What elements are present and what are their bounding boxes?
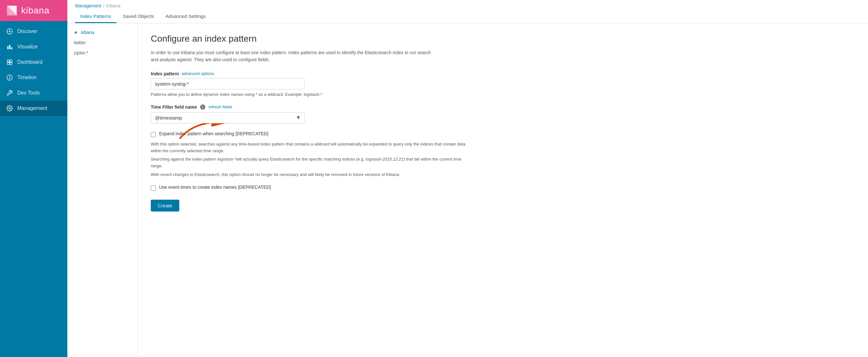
breadcrumb-current: Kibana	[106, 3, 121, 8]
expand-desc2-italic2: logstash-2015.12.21	[366, 157, 404, 162]
event-times-checkbox[interactable]	[151, 186, 156, 191]
expand-desc1: With this option selected, searches agai…	[151, 141, 471, 155]
index-item-zipkin[interactable]: zipkin:*	[67, 48, 137, 58]
time-filter-label: Time Filter field name	[151, 104, 197, 109]
tab-advanced-settings[interactable]: Advanced Settings	[160, 10, 211, 23]
sidebar-label-dashboard: Dashboard	[17, 59, 42, 65]
compass-icon	[6, 28, 13, 35]
bar-chart-icon	[6, 43, 13, 50]
sidebar-item-visualize[interactable]: Visualize	[0, 39, 67, 55]
event-times-label[interactable]: Use event times to create index names [D…	[159, 185, 271, 190]
index-pattern-label-row: Index pattern advanced options	[151, 71, 855, 76]
gear-icon	[6, 105, 13, 111]
sidebar-label-visualize: Visualize	[17, 44, 38, 50]
advanced-options-link[interactable]: advanced options	[182, 71, 214, 76]
sidebar: kibana Discover Visualize	[0, 0, 67, 357]
right-content: Configure an index pattern In order to u…	[138, 23, 868, 357]
refresh-fields-link[interactable]: refresh fields	[209, 104, 232, 109]
timestamp-select[interactable]: @timestamp	[151, 112, 305, 123]
star-icon: ★	[74, 30, 78, 35]
expand-checkbox-label[interactable]: Expand index pattern when searching [DEP…	[159, 131, 269, 136]
page-title: Configure an index pattern	[151, 34, 855, 44]
content-wrap: ★ .kibana twitter zipkin:*	[67, 23, 868, 357]
sidebar-item-timelion[interactable]: Timelion	[0, 70, 67, 85]
index-label-kibana: .kibana	[80, 30, 94, 35]
sidebar-nav: Discover Visualize Dashboard	[0, 24, 67, 116]
form-description: In order to use Kibana you must configur…	[151, 49, 439, 63]
breadcrumb: Management / Kibana	[75, 0, 860, 10]
sidebar-item-dashboard[interactable]: Dashboard	[0, 55, 67, 70]
tab-index-patterns[interactable]: Index Patterns	[75, 10, 117, 23]
svg-rect-14	[10, 63, 12, 65]
expand-desc3: With recent changes to Elasticsearch, th…	[151, 171, 471, 178]
timestamp-select-wrap: @timestamp ▼	[151, 112, 305, 123]
tab-saved-objects[interactable]: Saved Objects	[118, 10, 159, 23]
main-area: Management / Kibana Index Patterns Saved…	[67, 0, 868, 357]
index-pattern-hint: Patterns allow you to define dynamic ind…	[151, 92, 439, 97]
expand-checkbox-row: Expand index pattern when searching [DEP…	[151, 131, 855, 137]
svg-point-16	[9, 108, 10, 109]
breadcrumb-parent[interactable]: Management	[75, 3, 101, 8]
info-icon[interactable]: i	[200, 104, 205, 109]
sidebar-label-devtools: Dev Tools	[17, 90, 40, 96]
sidebar-label-management: Management	[17, 105, 47, 111]
sidebar-label-timelion: Timelion	[17, 75, 37, 80]
svg-rect-8	[7, 46, 9, 49]
kibana-logo-icon	[6, 4, 18, 17]
svg-rect-9	[9, 45, 10, 49]
index-pattern-label: Index pattern	[151, 71, 179, 76]
event-times-checkbox-row: Use event times to create index names [D…	[151, 185, 855, 191]
index-label-zipkin: zipkin:*	[74, 50, 88, 56]
sidebar-item-discover[interactable]: Discover	[0, 24, 67, 39]
expand-desc2-italic1: logstash-*	[217, 157, 236, 162]
svg-point-3	[9, 31, 10, 32]
tab-nav: Index Patterns Saved Objects Advanced Se…	[75, 10, 860, 23]
top-nav: Management / Kibana Index Patterns Saved…	[67, 0, 868, 23]
index-item-twitter[interactable]: twitter	[67, 37, 137, 48]
index-label-twitter: twitter	[74, 40, 86, 45]
svg-rect-12	[10, 60, 12, 62]
time-filter-label-row: Time Filter field name i refresh fields	[151, 104, 855, 109]
sidebar-item-management[interactable]: Management	[0, 101, 67, 116]
svg-rect-13	[7, 63, 10, 65]
sidebar-item-devtools[interactable]: Dev Tools	[0, 85, 67, 101]
expand-desc2-mid: will actually query Elasticsearch for th…	[236, 157, 366, 162]
index-item-kibana[interactable]: ★ .kibana	[67, 27, 137, 37]
expand-desc2: Searching against the index pattern logs…	[151, 156, 471, 169]
wrench-icon	[6, 90, 13, 96]
timelion-icon	[6, 74, 13, 81]
svg-rect-11	[7, 60, 10, 62]
sidebar-label-discover: Discover	[17, 29, 37, 34]
create-button[interactable]: Create	[151, 200, 179, 212]
expand-checkbox[interactable]	[151, 132, 156, 137]
index-list-panel: ★ .kibana twitter zipkin:*	[67, 23, 138, 357]
svg-rect-10	[11, 47, 12, 50]
index-pattern-input[interactable]	[151, 78, 305, 89]
expand-desc2-pre: Searching against the index pattern	[151, 157, 217, 162]
dashboard-icon	[6, 59, 13, 65]
logo-area: kibana	[0, 0, 67, 21]
app-name: kibana	[21, 5, 50, 16]
